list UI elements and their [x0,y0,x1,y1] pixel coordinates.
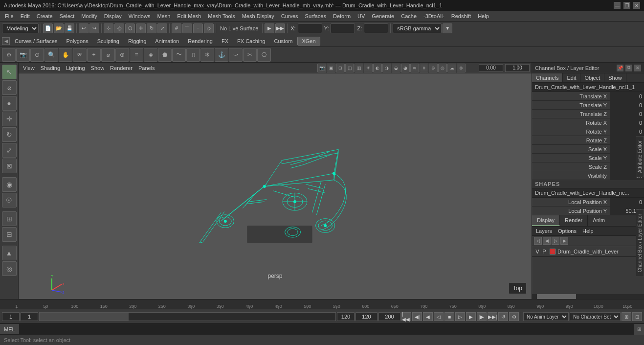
tab-animation[interactable]: Animation [151,37,183,46]
layer-color-swatch[interactable] [550,249,555,254]
transport-play-fwd[interactable]: ▷ [455,312,465,321]
tab-fx[interactable]: FX [218,37,232,46]
bottom-tool-1[interactable]: ▲ [2,246,17,260]
vp-isolate-icon[interactable]: ◎ [438,64,447,72]
transport-end[interactable]: ▶▶| [488,312,497,321]
menu-mesh-display[interactable]: Mesh Display [239,12,277,20]
display-panel-tool[interactable]: ⊟ [2,227,17,242]
attribute-editor-side-tab[interactable]: Attribute Editor [636,136,644,177]
gamma-settings-icon[interactable]: ▼ [443,23,452,33]
layer-visibility-toggle[interactable]: V [534,248,541,255]
vp-hud-icon[interactable]: ⊕ [429,64,438,72]
rotate-tool[interactable]: ↻ [2,127,17,142]
right-panel-scrollbar[interactable] [532,294,644,299]
menu-edit[interactable]: Edit [18,12,33,20]
tl-extra-btn1[interactable]: ⊞ [622,312,631,321]
tab-rigging[interactable]: Rigging [124,37,150,46]
char-set-select[interactable]: No Character Set [570,312,621,321]
vp-menu-renderer[interactable]: Renderer [108,64,135,72]
layers-icon[interactable]: ≡ [130,48,143,62]
cb-tab-edit[interactable]: Edit [563,73,580,82]
eye-icon[interactable]: 👁 [73,48,87,62]
channel-translate-x[interactable]: Translate X [532,92,644,101]
channel-box-pin-btn[interactable]: 📌 [617,65,623,71]
vp-dof-icon[interactable]: ◕ [401,64,410,72]
layers-menu-help[interactable]: Help [580,228,596,234]
show-manip-tool[interactable]: ☉ [2,193,17,207]
vp-aa-icon[interactable]: ◒ [392,64,400,72]
layer-move-btn[interactable]: ◀ [543,237,551,245]
vp-xray-joints-icon[interactable]: ⊗ [457,64,466,72]
transport-prev-frame[interactable]: ◀ [423,312,433,321]
transport-play-back[interactable]: ◁ [434,312,444,321]
lasso-tool[interactable]: ⌀ [2,80,17,95]
tab-sculpting[interactable]: Sculpting [93,37,123,46]
grid-tool[interactable]: ⊞ [2,211,17,226]
transport-loop[interactable]: ↺ [498,312,508,321]
x-value-input[interactable] [298,23,322,33]
snap-surface-icon[interactable]: ◇ [204,23,214,33]
lasso-icon[interactable]: ◎ [114,23,124,33]
viewport-canvas[interactable]: persp X Y Z Top [19,73,532,299]
display-tab-anim[interactable]: Anim [588,215,610,226]
open-icon[interactable]: 📂 [54,23,64,33]
menu-display[interactable]: Display [101,12,125,20]
bottom-tool-2[interactable]: ◎ [2,261,17,276]
spring-icon[interactable]: ⎍ [186,48,200,62]
restore-button[interactable]: ❐ [623,2,630,9]
menu-mesh-tools[interactable]: Mesh Tools [205,12,238,20]
translate-x-value[interactable] [610,92,644,100]
vp-param1-input[interactable] [479,64,503,72]
knife-icon[interactable]: ✂ [243,48,257,62]
channel-translate-y[interactable]: Translate Y [532,101,644,110]
transport-stop[interactable]: ■ [444,312,454,321]
wave-icon[interactable]: 〜 [172,48,186,62]
transport-next-frame[interactable]: ▶ [466,312,476,321]
command-input[interactable] [20,324,633,334]
display-tab-display[interactable]: Display [532,215,560,226]
menu-mesh[interactable]: Mesh [154,12,173,20]
layer-playback-toggle[interactable]: P [541,248,548,255]
rotate-y-value[interactable] [610,127,644,136]
channel-scale-y[interactable]: Scale Y [532,154,644,162]
soft-icon[interactable]: ❄ [200,48,214,62]
render-icon[interactable]: ▶ [265,23,274,33]
translate-z-value[interactable] [610,110,644,118]
scale-icon[interactable]: ⤢ [157,23,167,33]
menu-help[interactable]: Help [475,12,492,20]
vp-ao-icon[interactable]: ◑ [382,64,391,72]
menu-surfaces[interactable]: Surfaces [302,12,329,20]
select-icon[interactable]: ⊹ [104,23,113,33]
undo-icon[interactable]: ↩ [79,23,89,33]
anchor-icon[interactable]: ⚓ [215,48,228,62]
menu-deform[interactable]: Deform [330,12,354,20]
render-seq-icon[interactable]: ▶▶ [275,23,285,33]
vp-menu-lighting[interactable]: Lighting [64,64,88,72]
vp-camera-icon[interactable]: 📷 [317,64,326,72]
vp-menu-panels[interactable]: Panels [136,64,157,72]
vp-texture-icon[interactable]: ▥ [355,64,363,72]
patch-icon[interactable]: ⬟ [158,48,172,62]
new-scene-icon[interactable]: 📄 [43,23,53,33]
layers-menu-options[interactable]: Options [556,228,578,234]
snap-point-icon[interactable]: · [193,23,203,33]
vp-menu-show[interactable]: Show [89,64,107,72]
target-icon[interactable]: ⊕ [115,48,129,62]
add-icon[interactable]: + [87,48,101,62]
channel-box-close-btn[interactable]: ✕ [634,65,641,71]
display-tab-render[interactable]: Render [560,215,588,226]
panel-collapse-btn[interactable]: ◀ [2,37,10,45]
select-tool[interactable]: ↖ [2,65,17,79]
close-button[interactable]: ✕ [633,2,640,9]
save-icon[interactable]: 💾 [65,23,74,33]
current-frame-input[interactable] [2,312,20,321]
z-value-input[interactable] [364,23,388,33]
deform-icon[interactable]: ◈ [144,48,157,62]
translate-y-value[interactable] [610,101,644,109]
frame-end-input[interactable] [355,312,378,321]
redo-icon[interactable]: ↪ [89,23,99,33]
channel-local-pos-x[interactable]: Local Position X [532,198,644,207]
camera-icon[interactable]: 📷 [16,48,30,62]
menu-windows[interactable]: Windows [126,12,154,20]
menu-file[interactable]: File [2,12,17,20]
